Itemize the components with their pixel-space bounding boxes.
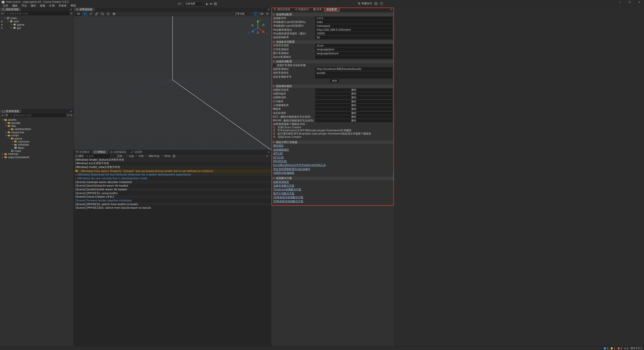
tree-item-game[interactable]: ▸game <box>0 23 73 26</box>
build-publish-button[interactable]: 构建发布 <box>358 2 372 5</box>
tree-item-seedrandom[interactable]: ▸seedrandom <box>0 127 73 130</box>
property-input-支持语言类型[interactable] <box>315 44 392 47</box>
delete-module-button[interactable]: 删除 <box>315 96 392 99</box>
play-button[interactable]: ▶ <box>206 3 208 5</box>
menu-item-帮助[interactable]: 帮助 <box>69 4 78 8</box>
tree-item-main[interactable]: ▾main <box>0 16 73 20</box>
solution-link[interactable]: 战棋游戏框架 <box>273 180 289 184</box>
log-filter-Error[interactable]: Error <box>161 155 171 157</box>
regex-toggle[interactable]: 正则 <box>114 154 122 158</box>
log-row[interactable]: [Window] model_view文件夹不存在 <box>74 165 271 169</box>
property-input-文本资源路径[interactable] <box>315 48 392 51</box>
expanded-arrow-icon[interactable]: ▾ <box>5 134 7 137</box>
log-row[interactable]: [Scene] [box2d]:box2d wasm lib loaded. <box>74 184 271 188</box>
help-button[interactable]: ? <box>380 2 383 5</box>
clear-console-button[interactable]: 清空 <box>75 154 84 158</box>
log-filter-Log[interactable]: Log <box>126 155 134 157</box>
menu-item-面板[interactable]: 面板 <box>38 4 47 8</box>
property-input-本地数据CryptoES加密IV[interactable] <box>315 24 392 28</box>
remote-load-checkbox[interactable] <box>273 64 275 67</box>
delete-module-button[interactable]: 删除 <box>315 89 392 92</box>
task-count-badge[interactable]: ◆ 0 <box>624 347 628 350</box>
section-header-resource[interactable]: ▼ 游戏资源配置 <box>271 60 394 63</box>
property-input-游戏每秒帧率[interactable] <box>315 36 392 39</box>
tree-item-main[interactable]: main <box>0 149 73 152</box>
warning-count-badge[interactable]: ! 1 <box>611 347 615 350</box>
doc-link[interactable]: ECS文档 <box>273 156 284 159</box>
tree-item-game[interactable]: ▾game <box>0 137 73 140</box>
rect-tool-button[interactable] <box>100 12 105 16</box>
doc-link[interactable]: 原生包热更新配置自动生成插件 <box>273 167 310 171</box>
tree-item-initialize[interactable]: ▸initialize <box>0 143 73 146</box>
collapsed-arrow-icon[interactable]: ▸ <box>5 131 7 133</box>
scene-select-dropdown[interactable]: 当前场景 ▾ <box>184 2 205 6</box>
inspector-tab-框架配置[interactable]: 框架配置 <box>324 8 339 11</box>
property-input-图片资源路径[interactable] <box>315 52 392 55</box>
preview-target-button[interactable]: ▾ <box>178 3 182 5</box>
solution-link[interactable]: Tiledmap地图解决方案 <box>273 188 301 192</box>
log-row[interactable]: !▸[Window] [Vue warn]: Property "onInput… <box>74 169 271 173</box>
collapsed-arrow-icon[interactable]: ▸ <box>11 144 14 146</box>
inspector-tab-服务[interactable]: 服务 <box>311 8 324 11</box>
menu-item-扩展[interactable]: 扩展 <box>47 4 57 8</box>
layout-button[interactable] <box>214 3 217 5</box>
collapsed-arrow-icon[interactable]: ▸ <box>1 153 4 155</box>
log-row[interactable]: [Scene] [PHYSICS]: using builtin. <box>74 191 271 195</box>
section-header-basic[interactable]: ▼ 游戏基础配置 <box>271 13 394 16</box>
tree-item-root[interactable]: ▾root <box>0 20 73 23</box>
menu-item-编辑[interactable]: 编辑 <box>10 4 19 8</box>
property-input-Http服务器请求超时（毫秒）[interactable] <box>315 32 392 35</box>
section-header-modules[interactable]: ▼ 框架模块裁剪 <box>271 84 394 88</box>
panel-menu-icon[interactable]: ≡ <box>389 8 394 11</box>
property-input-游戏版本号[interactable] <box>315 17 392 20</box>
collapsed-arrow-icon[interactable]: ▸ <box>5 122 7 124</box>
delete-module-button[interactable]: 删除 <box>315 92 392 95</box>
tree-item-internal[interactable]: ▸internal <box>0 152 73 155</box>
inspector-tab-属性检查器[interactable]: 属性检查器 <box>271 8 293 11</box>
assets-search-input[interactable] <box>13 114 65 117</box>
pivot-toggle-button[interactable] <box>106 12 110 16</box>
inspector-tab-构建发布[interactable]: 构建发布 <box>293 8 311 11</box>
delete-module-button[interactable]: 删除 <box>315 119 392 122</box>
expanded-arrow-icon[interactable]: ▾ <box>5 125 7 127</box>
doc-link[interactable]: Excel格式转Json文件与TypeScript代码工具 <box>273 163 326 167</box>
solution-link[interactable]: 2D角色扮演游戏解决方案 <box>273 195 303 199</box>
doc-link[interactable]: API文档 <box>273 152 283 156</box>
delete-module-button[interactable]: 删除 <box>315 108 392 111</box>
checkbox-checked[interactable] <box>136 155 138 157</box>
log-row[interactable]: [Scene] [PHYSICS]: switch from builtin t… <box>74 202 271 206</box>
console-tab-控制台[interactable]: 控制台 <box>92 150 108 154</box>
collapse-logs-icon[interactable] <box>173 155 175 157</box>
lighting-toggle-button[interactable] <box>254 12 258 16</box>
expanded-arrow-icon[interactable]: ▾ <box>1 119 4 121</box>
tree-item-Main[interactable]: TSMain <box>0 146 73 149</box>
coordinate-toggle-button[interactable] <box>112 12 116 16</box>
collapsed-arrow-icon[interactable]: ▸ <box>1 156 4 158</box>
scale-tool-button[interactable] <box>94 12 99 16</box>
tree-item-oops-framework[interactable]: ▸oops-framework <box>0 156 73 159</box>
property-input-远程资源地址[interactable] <box>315 67 392 71</box>
solution-link[interactable]: 3D角色扮演游戏解决方案 <box>273 199 303 203</box>
expanded-arrow-icon[interactable]: ▾ <box>4 17 6 19</box>
property-input-Spine资源路径[interactable] <box>315 56 392 59</box>
rotate-tool-button[interactable] <box>89 12 93 16</box>
view-mode-dropdown[interactable]: 正常浏览 ▾ <box>233 12 250 16</box>
checkbox-checked[interactable] <box>146 155 148 157</box>
hierarchy-search-input[interactable] <box>10 12 68 15</box>
log-row[interactable]: [Scene] Forward render pipeline initiali… <box>74 199 271 202</box>
log-row[interactable]: [Scene] [PHYSICS2D]: switch from box2d-w… <box>74 206 271 210</box>
checkbox-checked[interactable] <box>161 155 164 157</box>
assets-filter-icon[interactable] <box>67 114 69 116</box>
scene-panel-tab[interactable]: 场景编辑器 <box>74 8 95 11</box>
save-button[interactable]: 保存 <box>330 79 339 82</box>
expand-arrow-icon[interactable]: ▸ <box>79 170 80 172</box>
package-button[interactable] <box>375 2 377 5</box>
console-tab-资源预览[interactable]: 资源预览 <box>74 150 92 154</box>
log-row[interactable]: [Window] ecs文件夹不存在 <box>74 162 271 166</box>
delete-module-button[interactable]: 删除 <box>315 100 392 103</box>
error-count-badge[interactable]: ! 0 <box>618 347 622 350</box>
panel-menu-icon[interactable]: ≡ <box>266 8 271 11</box>
log-row[interactable]: [Window] render_texture文件夹不存在 <box>74 158 271 162</box>
doc-link[interactable]: 动画状态机编辑器 <box>273 171 294 175</box>
collapsed-arrow-icon[interactable]: ▸ <box>10 27 13 29</box>
